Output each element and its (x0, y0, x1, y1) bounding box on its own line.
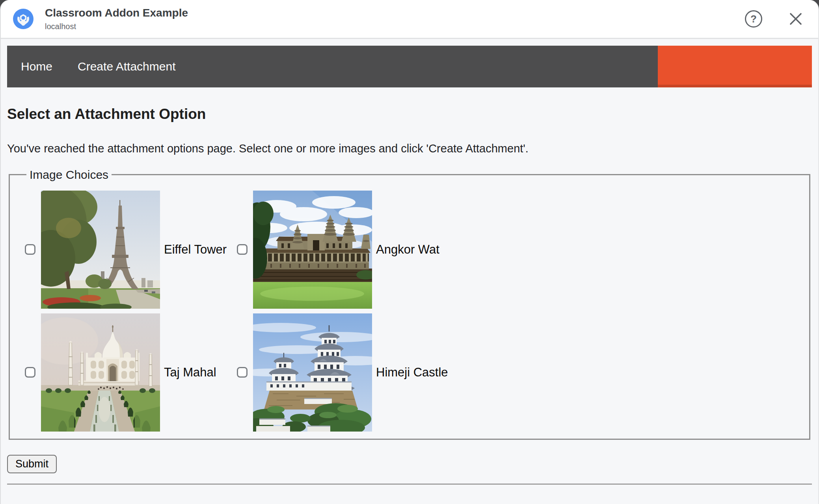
close-icon[interactable] (788, 11, 803, 26)
choice-taj-mahal: Taj Mahal (25, 313, 237, 432)
dialog-subtitle: localhost (45, 22, 745, 31)
angkor-wat-image (253, 191, 372, 309)
help-icon[interactable]: ? (745, 10, 762, 28)
bottom-divider (7, 484, 812, 485)
eiffel-tower-checkbox[interactable] (25, 244, 35, 255)
choice-angkor-wat: Angkor Wat (237, 191, 448, 309)
choices-grid: Eiffel Tower (25, 191, 803, 432)
choice-himeji-castle: Himeji Castle (237, 313, 448, 432)
submit-button[interactable]: Submit (7, 455, 57, 473)
addon-dialog: Classroom Addon Example localhost ? Home… (0, 0, 819, 504)
app-logo-icon (13, 8, 34, 30)
nav-home-link[interactable]: Home (21, 60, 52, 73)
choice-label: Taj Mahal (164, 365, 216, 380)
nav-accent-bar (658, 46, 812, 87)
intro-text: You've reached the attachment options pa… (7, 141, 812, 156)
dialog-titles: Classroom Addon Example localhost (45, 7, 745, 31)
page-content: Home Create Attachment Select an Attachm… (1, 46, 818, 485)
dialog-header: Classroom Addon Example localhost ? (1, 0, 818, 39)
choice-label: Eiffel Tower (164, 243, 227, 257)
choice-eiffel-tower: Eiffel Tower (25, 191, 237, 309)
image-choices-fieldset: Image Choices (9, 168, 810, 440)
page-title: Select an Attachment Option (7, 106, 812, 123)
dialog-title: Classroom Addon Example (45, 7, 745, 19)
taj-mahal-image (41, 313, 160, 432)
himeji-castle-image (253, 313, 372, 432)
taj-mahal-checkbox[interactable] (25, 367, 35, 378)
navigation-bar: Home Create Attachment (7, 46, 812, 87)
choice-label: Himeji Castle (376, 365, 448, 380)
eiffel-tower-image (41, 191, 160, 309)
nav-create-attachment-link[interactable]: Create Attachment (78, 60, 175, 73)
himeji-castle-checkbox[interactable] (237, 367, 248, 378)
angkor-wat-checkbox[interactable] (237, 244, 248, 255)
image-choices-legend: Image Choices (26, 168, 112, 182)
choice-label: Angkor Wat (376, 243, 439, 257)
